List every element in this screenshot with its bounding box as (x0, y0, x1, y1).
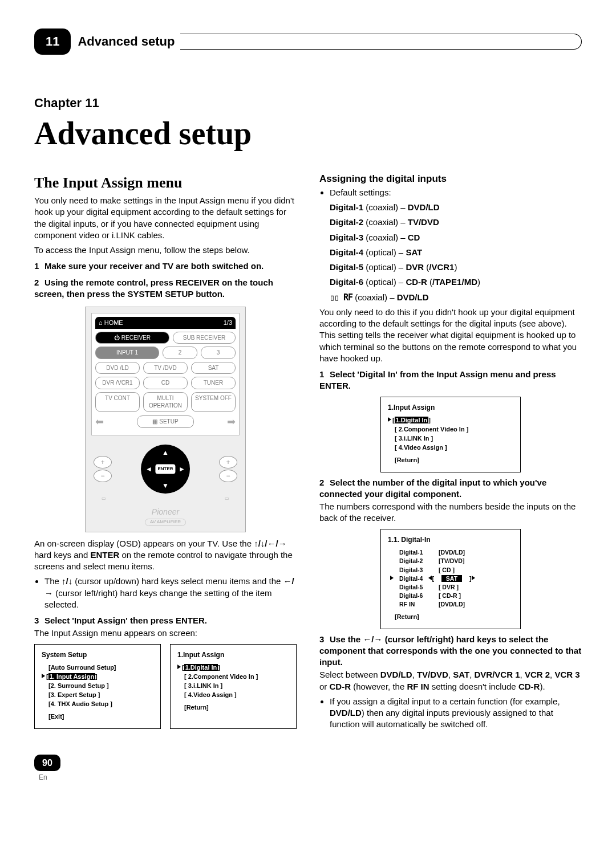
tuner-button[interactable]: TUNER (191, 377, 236, 389)
channel-up-button[interactable]: + (94, 456, 112, 468)
step-2-text: Using the remote control, press RECEIVER… (34, 278, 273, 299)
osd-item-1: 1.Digital In (395, 417, 429, 423)
osd-item-2: [ 2.Component Video In ] (395, 425, 513, 434)
chapter-title: Advanced setup (34, 112, 582, 156)
header-title: Advanced setup (78, 33, 175, 50)
section-heading-input-assign: The Input Assign menu (34, 173, 297, 193)
triangle-icon (390, 576, 394, 580)
osd-item-4: [ 4.Video Assign ] (395, 443, 513, 453)
tv-dvd-button[interactable]: TV /DVD (143, 362, 188, 374)
page-fraction: 1/3 (224, 319, 232, 327)
osd-item-3: [ 3.i.LINK In ] (184, 682, 289, 691)
page-header: 11 Advanced setup (34, 28, 582, 55)
osd-item-4: [4. THX Audio Setup ] (48, 700, 153, 709)
right-triangle-icon (472, 576, 475, 580)
setup-button[interactable]: ▦ SETUP (137, 415, 194, 428)
osd-item-2: [2. Surround Setup ] (48, 682, 153, 691)
home-icon: ⌂ HOME (99, 319, 123, 327)
step-3-body: The Input Assign menu appears on screen: (34, 627, 297, 639)
right-arrow-key-icon[interactable]: ► (179, 464, 185, 474)
mute-hard-button[interactable]: ▭ (225, 496, 229, 502)
right-step-1: 1Select 'Digital In' from the Input Assi… (319, 369, 582, 392)
osd-item-1: 1. Input Assign (48, 673, 95, 680)
input1-tab[interactable]: INPUT 1 (95, 347, 159, 359)
channel-down-button[interactable]: − (94, 470, 112, 482)
default-settings-label: Default settings: (330, 187, 582, 198)
triangle-icon (177, 665, 181, 669)
dvr-vcr1-button[interactable]: DVR /VCR1 (95, 377, 140, 389)
osd-input-assign: 1.Input Assign [1.Digital In] [ 2.Compon… (170, 644, 297, 729)
left-triangle-icon (428, 576, 432, 580)
sat-button[interactable]: SAT (191, 362, 236, 374)
left-column: The Input Assign menu You only need to m… (34, 173, 297, 734)
digital-in-table: Digital-1[DVD/LD] Digital-2[TV/DVD] Digi… (388, 548, 479, 609)
header-rule (180, 34, 582, 50)
step-3: 3Select 'Input Assign' then press ENTER. (34, 615, 297, 626)
default-settings-list: Digital-1 (coaxial) – DVD/LD Digital-2 (… (330, 202, 582, 303)
osd-item-auto: [Auto Surround Setup] (48, 663, 153, 673)
osd-return: [Return] (395, 613, 513, 622)
up-arrow-icon[interactable]: ▲ (162, 448, 169, 457)
osd-item-4: [ 4.Video Assign ] (184, 691, 289, 700)
right-step-1-text: Select 'Digital In' from the Input Assig… (319, 369, 556, 390)
step-1: 1Make sure your receiver and TV are both… (34, 260, 297, 272)
page-number-tab: 11 (34, 28, 71, 55)
footer: 90 En (34, 755, 582, 783)
right-arrow-icon[interactable]: ➡ (227, 415, 236, 429)
enter-button[interactable]: ENTER (155, 464, 175, 474)
dvd-ld-button[interactable]: DVD /LD (95, 362, 140, 374)
system-off-button[interactable]: SYSTEM OFF (191, 392, 236, 412)
osd-title: System Setup (42, 650, 153, 660)
osd-digital-in: 1.1. Digital-In Digital-1[DVD/LD] Digita… (380, 529, 521, 629)
down-arrow-icon[interactable]: ▼ (162, 481, 169, 490)
remote-touchscreen: ⌂ HOME 1/3 ⏻ RECEIVER SUB RECEIVER INPUT… (91, 313, 240, 435)
intro-paragraph-1: You only need to make settings in the In… (34, 195, 297, 241)
left-arrow-icon[interactable]: ⬅ (95, 415, 104, 429)
step-1-text: Make sure your receiver and TV are both … (44, 261, 264, 271)
intro-paragraph-2: To access the Input Assign menu, follow … (34, 244, 297, 256)
digital-explanation: You only need to do this if you didn't h… (319, 307, 582, 364)
right-column: Assigning the digital inputs Default set… (319, 173, 582, 734)
tab-2[interactable]: 2 (163, 347, 197, 359)
right-step-2-text: Select the number of the digital input t… (319, 478, 546, 499)
subheading-digital-inputs: Assigning the digital inputs (319, 173, 582, 186)
triangle-icon (388, 417, 391, 422)
osd-exit: [Exit] (48, 712, 153, 722)
dpad[interactable]: ▲ ▼ ◄ ► ENTER (141, 445, 190, 494)
left-arrow-key-icon[interactable]: ◄ (145, 464, 152, 474)
triangle-icon (42, 674, 45, 678)
right-step-3: 3Use the ←/→ (cursor left/right) hard ke… (319, 634, 582, 669)
right-step-3-body: Select between DVD/LD, TV/DVD, SAT, DVR/… (319, 669, 582, 692)
osd-intro: An on-screen display (OSD) appears on yo… (34, 538, 297, 573)
language-label: En (39, 773, 47, 781)
tab-3[interactable]: 3 (201, 347, 236, 359)
dolby-rf-icon: ▯▯ RF (330, 292, 352, 303)
tv-cont-button[interactable]: TV CONT (95, 392, 140, 412)
osd-input-assign-2: 1.Input Assign [1.Digital In] [ 2.Compon… (380, 397, 521, 472)
home-label: HOME (104, 319, 123, 326)
multi-operation-button[interactable]: MULTI OPERATION (143, 392, 188, 412)
receiver-button[interactable]: ⏻ RECEIVER (95, 332, 169, 344)
osd-title: 1.Input Assign (177, 650, 289, 660)
system-setup-hard-button[interactable]: ▭ (102, 496, 106, 502)
reassign-note: If you assign a digital input to a certa… (330, 696, 582, 731)
chapter-label: Chapter 11 (34, 95, 582, 112)
osd-title: 1.1. Digital-In (388, 535, 513, 545)
step-3-text: Select 'Input Assign' then press ENTER. (44, 616, 207, 625)
osd-title: 1.Input Assign (388, 403, 513, 413)
sub-receiver-button[interactable]: SUB RECEIVER (173, 332, 236, 344)
osd-item-2: [ 2.Component Video In ] (184, 673, 289, 682)
navigation-bullet: The ↑/↓ (cursor up/down) hard keys selec… (44, 576, 297, 610)
osd-item-1: 1.Digital In (184, 664, 218, 671)
osd-item-3: [ 3.i.LINK In ] (395, 434, 513, 443)
osd-return: [Return] (395, 456, 513, 465)
volume-up-button[interactable]: + (219, 456, 237, 468)
right-step-2-body: The numbers correspond with the numbers … (319, 501, 582, 524)
right-step-2: 2Select the number of the digital input … (319, 477, 582, 500)
osd-system-setup: System Setup [Auto Surround Setup] [1. I… (34, 644, 161, 729)
osd-return: [Return] (184, 703, 289, 712)
cd-button[interactable]: CD (143, 377, 188, 389)
volume-down-button[interactable]: − (219, 470, 237, 482)
step-2: 2Using the remote control, press RECEIVE… (34, 277, 297, 300)
subbrand-label: AV AMPLIFIER (145, 519, 186, 526)
